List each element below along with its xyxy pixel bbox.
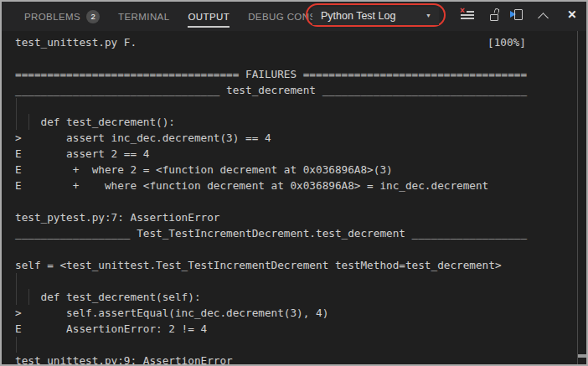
panel-tabs: PROBLEMS2TERMINALOUTPUTDEBUG CONSOLE — [24, 10, 355, 23]
output-line — [15, 98, 586, 114]
chevron-up-icon — [538, 13, 549, 23]
output-line: E + where 2 = <function decrement at 0x0… — [15, 162, 586, 178]
maximize-panel-button[interactable] — [539, 13, 549, 21]
chevron-down-icon: ▼ — [426, 13, 431, 18]
output-line: test_pytest.py:7: AssertionError — [15, 209, 586, 225]
panel-tab-bar: PROBLEMS2TERMINALOUTPUTDEBUG CONSOLE Pyt… — [2, 2, 586, 31]
output-line: test_unittest.py:9: AssertionError — [15, 353, 586, 364]
problems-count-badge: 2 — [86, 10, 100, 23]
output-line — [15, 273, 586, 289]
output-line: def test_decrement(): — [15, 114, 586, 130]
close-panel-button[interactable]: ✕ — [565, 8, 579, 23]
output-line: self = <test_unittest.Test_TestIncrement… — [15, 257, 586, 273]
scrollbar-thumb[interactable] — [578, 354, 586, 358]
tab-problems[interactable]: PROBLEMS2 — [24, 10, 100, 23]
indent-guide — [28, 114, 29, 130]
output-log-area[interactable]: ========================================… — [2, 31, 586, 364]
progress-percent: [100%] — [487, 34, 526, 50]
output-channel-selected: Python Test Log — [321, 10, 395, 22]
indent-guide — [28, 289, 29, 305]
output-line — [15, 193, 586, 209]
output-line: > assert inc_dec.decrement(3) == 4 — [15, 130, 586, 146]
output-line: ________________________________ test_de… — [15, 82, 586, 98]
toggle-auto-scroll-button[interactable] — [488, 8, 502, 23]
output-line: E AssertionError: 2 != 4 — [15, 321, 586, 337]
output-line — [15, 50, 586, 66]
output-line: E assert 2 == 4 — [15, 146, 586, 162]
output-line: __________________ Test_TestIncrementDec… — [15, 225, 586, 241]
output-line: def test_decrement(self): — [15, 289, 586, 305]
clear-output-button[interactable]: × — [461, 9, 474, 22]
output-line: E + where <function decrement at 0x03689… — [15, 178, 586, 193]
indent-guide — [16, 337, 17, 353]
close-icon: ✕ — [567, 8, 576, 21]
output-lines: test_unittest.py F. ====================… — [15, 34, 586, 364]
output-channel-dropdown[interactable]: Python Test Log ▼ — [312, 7, 439, 25]
tab-terminal[interactable]: TERMINAL — [118, 12, 169, 22]
indent-guide — [16, 98, 17, 130]
tab-label: PROBLEMS — [24, 12, 80, 22]
output-line: =================================== FAIL… — [15, 66, 586, 82]
clear-output-icon — [467, 11, 474, 13]
output-panel-window: PROBLEMS2TERMINALOUTPUTDEBUG CONSOLE Pyt… — [0, 0, 588, 366]
tab-label: TERMINAL — [118, 12, 169, 22]
output-line — [15, 337, 586, 353]
file-icon — [514, 9, 523, 20]
scrollbar-track-border — [577, 31, 578, 364]
open-log-file-button[interactable] — [510, 8, 524, 22]
indent-guide — [16, 273, 17, 305]
tab-label: OUTPUT — [188, 12, 230, 22]
output-line: > self.assertEqual(inc_dec.decrement(3),… — [15, 305, 586, 321]
output-line — [15, 241, 586, 257]
clipped-previous-line: ========================================… — [15, 31, 586, 34]
tab-output[interactable]: OUTPUT — [188, 12, 230, 22]
